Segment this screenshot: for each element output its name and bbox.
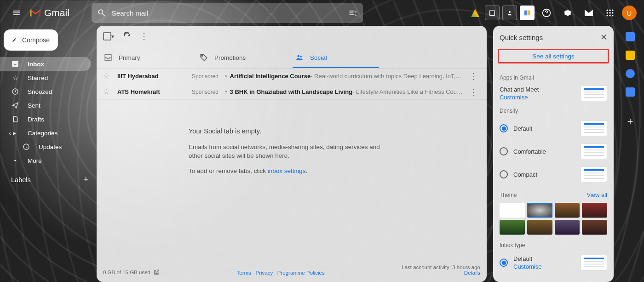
inbox-settings-link[interactable]: inbox settings [268,167,306,174]
add-label-icon[interactable]: + [83,175,88,184]
gmail-logo[interactable]: Gmail [29,7,69,18]
customise-link[interactable]: Customise [500,94,539,101]
nav-inbox[interactable]: Inbox [0,57,91,71]
theme-thumb[interactable] [555,203,580,218]
select-all-checkbox[interactable]: ▼ [103,32,115,40]
keep-icon[interactable] [626,51,635,60]
tabs: Primary Promotions Social [97,47,487,69]
density-default[interactable]: Default [493,117,614,140]
svg-point-12 [609,15,610,16]
theme-thumb[interactable] [582,203,607,218]
svg-point-8 [607,12,608,13]
refresh-button[interactable] [123,32,132,40]
logo-text: Gmail [44,7,69,18]
main-menu-icon[interactable] [7,4,26,22]
svg-point-7 [612,10,613,11]
svg-point-13 [612,15,613,16]
people-icon [295,53,304,62]
chevron-right-icon: ‹ ▸ [6,129,19,137]
tab-promotions[interactable]: Promotions [192,47,288,68]
tag-icon [200,53,208,62]
inbox-icon [11,60,19,68]
search-bar[interactable] [92,3,363,23]
pencil-icon [12,35,17,45]
header-icons: U [471,4,637,22]
nav-updates[interactable]: Updates [0,140,91,154]
inbox-icon [104,53,112,62]
theme-thumb[interactable] [555,220,580,235]
mail-row[interactable]: ☆ ATS Homekraft Sponsored• 3 BHK in Ghaz… [97,84,487,100]
svg-point-6 [609,10,610,11]
view-all-themes[interactable]: View all [586,191,607,198]
density-compact[interactable]: Compact [493,163,614,186]
theme-thumb[interactable] [582,220,607,235]
svg-rect-0 [490,11,495,15]
density-comfortable[interactable]: Comfortable [493,140,614,163]
close-icon[interactable]: ✕ [600,32,607,42]
contacts-addon-icon[interactable] [502,6,517,20]
header: Gmail U [0,0,644,26]
open-icon[interactable] [153,269,160,276]
apps-icon[interactable] [601,4,619,22]
quick-settings-panel: Quick settings ✕ See all settings Apps i… [493,26,614,282]
more-button[interactable]: ⋮ [140,31,148,41]
search-options-icon[interactable] [348,8,357,17]
nav-starred[interactable]: ☆Starred [0,71,91,85]
compose-label: Compose [22,36,50,44]
file-icon [11,115,19,123]
tasks-icon[interactable] [626,69,635,78]
apps-preview [581,86,607,101]
right-rail: + [620,26,640,282]
theme-thumb[interactable] [527,220,552,235]
search-icon [97,8,106,17]
star-icon[interactable]: ☆ [103,71,110,81]
sidebar: Compose Inbox ☆Starred Snoozed Sent Draf… [0,26,97,282]
mail-pane: ▼ ⋮ Primary Promotions Social ☆ IIIT Hyd… [97,26,487,282]
svg-point-17 [201,55,202,56]
theme-thumb[interactable] [500,203,525,218]
tab-primary[interactable]: Primary [97,47,192,68]
svg-point-11 [607,15,608,16]
svg-point-10 [612,12,613,13]
nav-snoozed[interactable]: Snoozed [0,85,91,98]
toolbar: ▼ ⋮ [97,26,487,47]
theme-thumb[interactable] [527,203,552,218]
quick-settings-title: Quick settings [500,34,543,41]
theme-thumb[interactable] [500,220,525,235]
svg-point-9 [609,12,610,13]
star-icon: ☆ [11,74,19,81]
settings-icon[interactable] [558,4,577,22]
account-avatar[interactable]: U [622,6,637,20]
row-menu-icon[interactable]: ⋮ [466,71,480,81]
empty-state: Your Social tab is empty. Emails from so… [97,100,487,201]
info-icon [22,143,30,150]
search-input[interactable] [112,9,343,17]
star-icon[interactable]: ☆ [103,87,110,97]
support-icon[interactable] [537,4,556,22]
see-all-settings-button[interactable]: See all settings [498,49,609,63]
footer: 0 GB of 15 GB used Terms · Privacy · Pro… [97,260,487,282]
inbox-notification-icon[interactable] [580,4,598,22]
svg-point-1 [509,11,511,13]
calendar-addon-icon[interactable] [485,6,500,20]
contacts-icon[interactable] [626,87,635,97]
status-icon[interactable] [471,9,479,17]
get-addons-icon[interactable]: + [627,115,633,127]
mail-row[interactable]: ☆ IIIT Hyderabad Sponsored• Artificial I… [97,69,487,84]
reading-pane-icon[interactable] [520,6,535,20]
svg-rect-3 [528,11,530,16]
send-icon [11,102,19,109]
nav-more[interactable]: More [0,154,91,167]
nav-drafts[interactable]: Drafts [0,112,91,126]
theme-grid [493,200,614,237]
nav-sent[interactable]: Sent [0,98,91,112]
tab-social[interactable]: Social [288,47,384,68]
nav-categories[interactable]: ‹ ▸Categories [0,126,91,140]
details-link[interactable]: Details [402,270,480,276]
compose-button[interactable]: Compose [4,29,58,51]
svg-point-19 [300,56,302,58]
row-menu-icon[interactable]: ⋮ [466,87,480,97]
calendar-icon[interactable] [626,32,635,41]
inbox-type-default[interactable]: Default Customise [493,251,614,274]
svg-point-18 [298,55,300,58]
